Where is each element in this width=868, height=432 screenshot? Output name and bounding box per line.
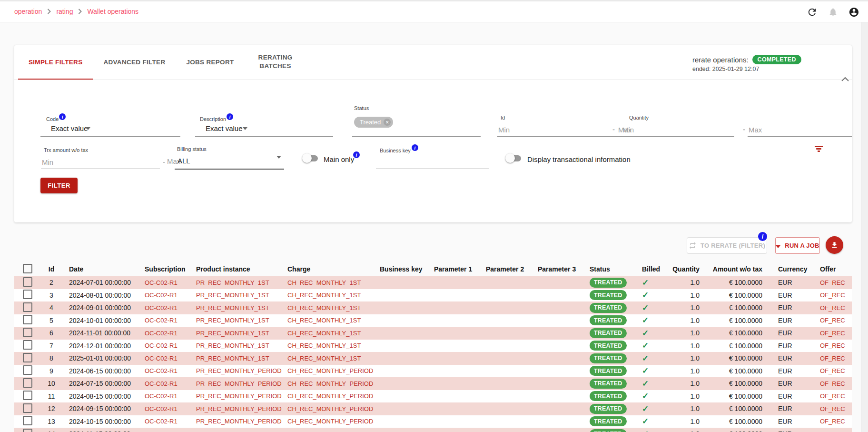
row-checkbox[interactable] <box>23 340 32 350</box>
charge-link[interactable]: CH_REC_MONTHLY_1ST <box>284 304 375 311</box>
subscription-link[interactable]: OC-C02-R1 <box>141 330 192 337</box>
info-icon[interactable]: i <box>353 151 360 158</box>
description-select-value[interactable]: Exact value <box>206 124 243 132</box>
charge-link[interactable]: CH_REC_MONTHLY_PERIOD <box>284 392 375 400</box>
trx-amount-min-input[interactable] <box>41 156 160 168</box>
subscription-link[interactable]: OC-C02-R1 <box>141 317 192 324</box>
row-checkbox[interactable] <box>23 429 32 432</box>
main-only-toggle[interactable] <box>302 153 318 163</box>
quantity-max-input[interactable] <box>748 124 852 135</box>
display-transactional-toggle[interactable] <box>505 153 522 163</box>
table-row[interactable]: 7 2024-12-01 00:00:00 OC-C02-R1 PR_REC_M… <box>14 340 852 352</box>
row-checkbox[interactable] <box>23 290 32 299</box>
table-row[interactable]: 8 2025-01-01 00:00:00 OC-C02-R1 PR_REC_M… <box>14 352 852 365</box>
offer-link[interactable]: OF_REC <box>816 367 852 374</box>
billing-status-select[interactable]: Billing status ALL <box>175 142 284 170</box>
info-icon[interactable]: i <box>227 113 233 120</box>
tab-jobs-report[interactable]: JOBS REPORT <box>176 45 244 80</box>
subscription-link[interactable]: OC-C02-R1 <box>141 355 192 362</box>
info-icon[interactable]: i <box>59 113 66 120</box>
row-checkbox[interactable] <box>23 391 32 400</box>
offer-link[interactable]: OF_REC <box>816 355 852 362</box>
offer-link[interactable]: OF_REC <box>816 317 852 324</box>
subscription-link[interactable]: OC-C02-R1 <box>141 418 192 425</box>
subscription-link[interactable]: OC-C02-R1 <box>141 291 192 299</box>
product-instance-link[interactable]: PR_REC_MONTHLY_1ST <box>192 291 284 299</box>
table-row[interactable]: 3 2024-08-01 00:00:00 OC-C02-R1 PR_REC_M… <box>14 289 852 302</box>
product-instance-link[interactable]: PR_REC_MONTHLY_PERIOD <box>192 367 284 374</box>
charge-link[interactable]: CH_REC_MONTHLY_1ST <box>284 279 375 286</box>
table-row[interactable]: 13 2024-10-15 00:00:00 OC-C02-R1 PR_REC_… <box>14 415 852 428</box>
offer-link[interactable]: OF_REC <box>816 304 852 311</box>
charge-link[interactable]: CH_REC_MONTHLY_1ST <box>284 355 375 362</box>
tab-advanced-filter[interactable]: ADVANCED FILTER <box>93 45 176 80</box>
product-instance-link[interactable]: PR_REC_MONTHLY_PERIOD <box>192 418 284 425</box>
charge-link[interactable]: CH_REC_MONTHLY_PERIOD <box>284 405 375 412</box>
quantity-min-field[interactable] <box>621 113 734 137</box>
id-min-field[interactable]: Id <box>497 113 617 137</box>
product-instance-link[interactable]: PR_REC_MONTHLY_1ST <box>192 355 284 362</box>
row-checkbox[interactable] <box>23 328 32 337</box>
download-button[interactable] <box>826 236 843 254</box>
product-instance-link[interactable]: PR_REC_MONTHLY_PERIOD <box>192 380 284 387</box>
product-instance-link[interactable]: PR_REC_MONTHLY_PERIOD <box>192 405 284 412</box>
product-instance-link[interactable]: PR_REC_MONTHLY_1ST <box>192 317 284 324</box>
id-min-input[interactable] <box>497 124 617 135</box>
quantity-max-field[interactable] <box>748 113 852 137</box>
charge-link[interactable]: CH_REC_MONTHLY_1ST <box>284 330 375 337</box>
offer-link[interactable]: OF_REC <box>816 392 852 400</box>
product-instance-link[interactable]: PR_REC_MONTHLY_1ST <box>192 304 284 311</box>
row-checkbox[interactable] <box>23 416 32 425</box>
row-checkbox[interactable] <box>23 315 32 324</box>
offer-link[interactable]: OF_REC <box>816 330 852 337</box>
code-select-value[interactable]: Exact value <box>51 124 88 132</box>
table-row[interactable]: 14 2024-11-15 00:00:00 OC-C02-R1 PR_REC_… <box>14 428 852 432</box>
breadcrumb-link-operation[interactable]: operation <box>14 8 42 15</box>
charge-link[interactable]: CH_REC_MONTHLY_1ST <box>284 291 375 299</box>
code-filter-field[interactable]: Codei Exact value <box>40 113 180 137</box>
treated-chip[interactable]: Treated × <box>354 117 393 128</box>
table-row[interactable]: 6 2024-11-01 00:00:00 OC-C02-R1 PR_REC_M… <box>14 327 852 340</box>
table-row[interactable]: 5 2024-10-01 00:00:00 OC-C02-R1 PR_REC_M… <box>14 314 852 327</box>
row-checkbox[interactable] <box>23 378 32 388</box>
subscription-link[interactable]: OC-C02-R1 <box>141 279 192 286</box>
table-row[interactable]: 9 2024-06-15 00:00:00 OC-C02-R1 PR_REC_M… <box>14 365 852 378</box>
offer-link[interactable]: OF_REC <box>816 405 852 412</box>
description-filter-field[interactable]: Descriptioni Exact value <box>195 113 333 137</box>
offer-link[interactable]: OF_REC <box>816 279 852 286</box>
account-button[interactable] <box>848 7 859 18</box>
to-rerate-filter-button[interactable]: TO RERATE (FILTER) <box>687 237 767 254</box>
breadcrumb-link-rating[interactable]: rating <box>56 8 73 15</box>
table-row[interactable]: 12 2024-09-15 00:00:00 OC-C02-R1 PR_REC_… <box>14 402 852 415</box>
table-row[interactable]: 11 2024-08-15 00:00:00 OC-C02-R1 PR_REC_… <box>14 390 852 403</box>
product-instance-link[interactable]: PR_REC_MONTHLY_1ST <box>192 330 284 337</box>
subscription-link[interactable]: OC-C02-R1 <box>141 342 192 349</box>
notifications-button[interactable] <box>828 7 838 17</box>
collapse-panel-button[interactable] <box>839 75 851 83</box>
product-instance-link[interactable]: PR_REC_MONTHLY_1ST <box>192 279 284 286</box>
row-checkbox[interactable] <box>23 302 32 312</box>
quantity-min-input[interactable] <box>621 124 734 135</box>
charge-link[interactable]: CH_REC_MONTHLY_1ST <box>284 342 375 349</box>
product-instance-link[interactable]: PR_REC_MONTHLY_1ST <box>192 342 284 349</box>
chip-close-icon[interactable]: × <box>384 119 391 126</box>
row-checkbox[interactable] <box>23 277 32 287</box>
filter-button[interactable]: FILTER <box>40 178 78 193</box>
info-icon[interactable]: i <box>758 232 767 241</box>
subscription-link[interactable]: OC-C02-R1 <box>141 380 192 387</box>
subscription-link[interactable]: OC-C02-R1 <box>141 392 192 400</box>
charge-link[interactable]: CH_REC_MONTHLY_1ST <box>284 317 375 324</box>
table-row[interactable]: 2 2024-07-01 00:00:00 OC-C02-R1 PR_REC_M… <box>14 276 852 289</box>
table-row[interactable]: 4 2024-09-01 00:00:00 OC-C02-R1 PR_REC_M… <box>14 301 852 314</box>
run-a-job-button[interactable]: RUN A JOB <box>775 237 820 254</box>
charge-link[interactable]: CH_REC_MONTHLY_PERIOD <box>284 380 375 387</box>
table-row[interactable]: 10 2024-07-15 00:00:00 OC-C02-R1 PR_REC_… <box>14 377 852 390</box>
charge-link[interactable]: CH_REC_MONTHLY_PERIOD <box>284 418 375 425</box>
offer-link[interactable]: OF_REC <box>816 291 852 299</box>
subscription-link[interactable]: OC-C02-R1 <box>141 405 192 412</box>
charge-link[interactable]: CH_REC_MONTHLY_PERIOD <box>284 367 375 374</box>
trx-amount-min-field[interactable]: Trx amount w/o tax <box>41 144 160 169</box>
business-key-field[interactable]: Business keyi <box>376 143 489 169</box>
row-checkbox[interactable] <box>23 403 32 413</box>
row-checkbox[interactable] <box>23 353 32 362</box>
